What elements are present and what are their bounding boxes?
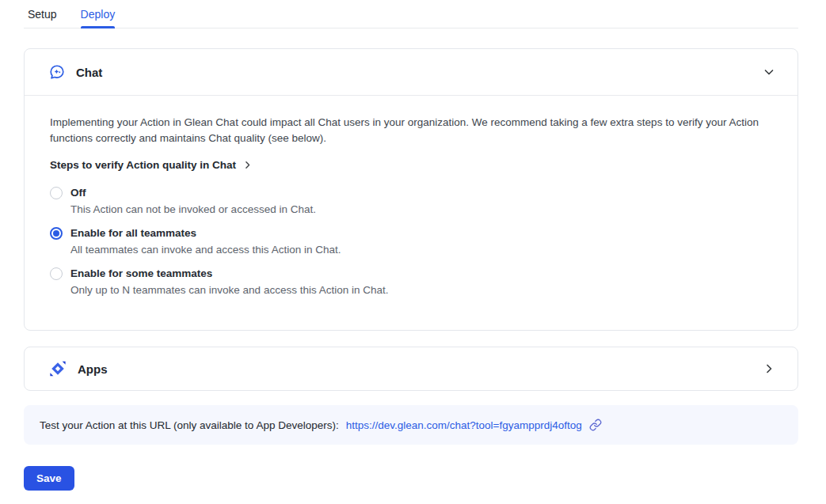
apps-section-title: Apps	[78, 362, 108, 376]
radio-option-enable-all[interactable]: Enable for all teammates All teammates c…	[50, 225, 774, 257]
radio-option-description: Only up to N teammates can invoke and ac…	[70, 282, 388, 297]
chevron-right-icon[interactable]	[763, 362, 775, 375]
radio-option-label[interactable]: Off	[70, 185, 316, 200]
radio-option-description: All teammates can invoke and access this…	[70, 242, 341, 257]
apps-section-header[interactable]: Apps	[25, 347, 797, 390]
test-url-label: Test your Action at this URL (only avail…	[40, 419, 339, 431]
radio-button-enable-some[interactable]	[50, 267, 63, 280]
test-url-bar: Test your Action at this URL (only avail…	[24, 405, 798, 445]
tab-deploy[interactable]: Deploy	[81, 5, 116, 28]
radio-option-description: This Action can not be invoked or access…	[70, 202, 316, 217]
deploy-page: Setup Deploy Chat	[0, 0, 826, 504]
radio-button-enable-all[interactable]	[50, 227, 63, 240]
radio-option-enable-some[interactable]: Enable for some teammates Only up to N t…	[50, 266, 774, 297]
radio-button-off[interactable]	[50, 187, 63, 199]
sparkle-diamond-icon	[48, 359, 67, 378]
tab-bar: Setup Deploy	[24, 0, 798, 28]
apps-section-card: Apps	[24, 347, 798, 391]
steps-to-verify-label: Steps to verify Action quality in Chat	[50, 159, 236, 171]
chat-bubble-sparkle-icon	[48, 63, 66, 81]
steps-to-verify-link[interactable]: Steps to verify Action quality in Chat	[50, 159, 774, 171]
chevron-down-icon[interactable]	[763, 66, 775, 78]
chat-section-body: Implementing your Action in Glean Chat c…	[25, 96, 797, 330]
chat-section-title: Chat	[76, 66, 102, 79]
radio-option-label[interactable]: Enable for some teammates	[70, 266, 388, 281]
chat-section-card: Chat Implementing your Action in Glean C…	[24, 48, 798, 331]
tab-setup[interactable]: Setup	[28, 5, 57, 28]
radio-option-label[interactable]: Enable for all teammates	[70, 225, 341, 241]
test-url-link[interactable]: https://dev.glean.com/chat?tool=fgyamppr…	[346, 419, 582, 431]
chat-section-header[interactable]: Chat	[25, 49, 797, 95]
chevron-right-icon	[242, 160, 253, 170]
radio-option-off[interactable]: Off This Action can not be invoked or ac…	[50, 185, 774, 217]
save-button[interactable]: Save	[24, 466, 74, 491]
chat-access-radio-group: Off This Action can not be invoked or ac…	[50, 185, 774, 297]
chain-link-icon[interactable]	[589, 419, 602, 431]
chat-description: Implementing your Action in Glean Chat c…	[50, 115, 763, 146]
